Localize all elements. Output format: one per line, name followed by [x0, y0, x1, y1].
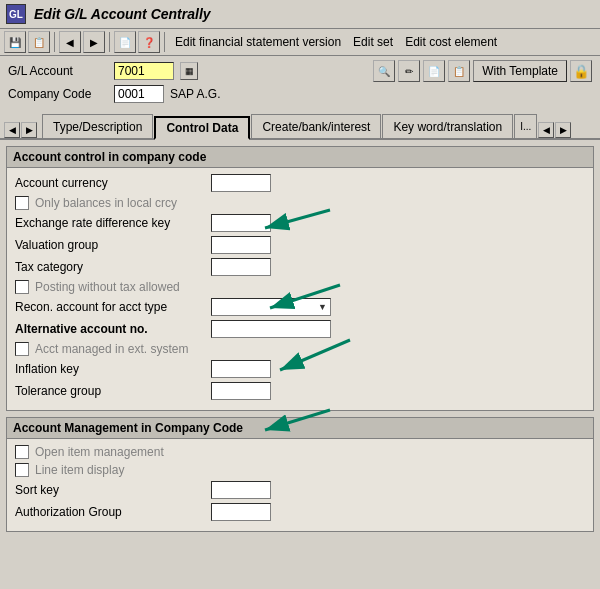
account-management-section: Account Management in Company Code Open …: [6, 417, 594, 532]
valuation-group-input[interactable]: [211, 236, 271, 254]
tax-category-input[interactable]: [211, 258, 271, 276]
tax-category-row: Tax category: [15, 258, 585, 276]
account-control-title: Account control in company code: [7, 147, 593, 168]
gl-account-label: G/L Account: [8, 64, 108, 78]
with-template-btn[interactable]: With Template: [473, 60, 567, 82]
sort-key-row: Sort key: [15, 481, 585, 499]
auth-group-label: Authorization Group: [15, 505, 205, 519]
tolerance-group-row: Tolerance group: [15, 382, 585, 400]
alt-account-input[interactable]: [211, 320, 331, 338]
recon-account-row: Recon. account for acct type ▼: [15, 298, 585, 316]
copy-btn[interactable]: 📋: [28, 31, 50, 53]
auth-group-row: Authorization Group: [15, 503, 585, 521]
valuation-group-row: Valuation group: [15, 236, 585, 254]
doc-btn[interactable]: 📄: [423, 60, 445, 82]
tabs-container: ◀ ▶ Type/Description Control Data Create…: [0, 110, 600, 140]
menu-edit-set[interactable]: Edit set: [353, 35, 393, 49]
gl-account-input[interactable]: [114, 62, 174, 80]
line-item-row: Line item display: [15, 463, 585, 477]
posting-no-tax-checkbox: [15, 280, 29, 294]
form-header: G/L Account ▦ 🔍 ✏ 📄 📋 With Template 🔒 Co…: [0, 56, 600, 110]
account-control-section: Account control in company code Account …: [6, 146, 594, 411]
exchange-rate-row: Exchange rate difference key: [15, 214, 585, 232]
sort-key-input[interactable]: [211, 481, 271, 499]
tolerance-group-input[interactable]: [211, 382, 271, 400]
tab-prev-btn[interactable]: ◀: [4, 122, 20, 138]
only-balances-label: Only balances in local crcy: [35, 196, 225, 210]
content-area: Account control in company code Account …: [0, 140, 600, 564]
tab-scroll-right-btn[interactable]: ▶: [555, 122, 571, 138]
inflation-key-label: Inflation key: [15, 362, 205, 376]
account-management-title: Account Management in Company Code: [7, 418, 593, 439]
account-management-content: Open item management Line item display S…: [7, 439, 593, 531]
open-item-checkbox: [15, 445, 29, 459]
exchange-rate-input[interactable]: [211, 214, 271, 232]
exchange-rate-label: Exchange rate difference key: [15, 216, 205, 230]
tolerance-group-label: Tolerance group: [15, 384, 205, 398]
company-code-row: Company Code SAP A.G.: [8, 85, 592, 103]
acct-ext-label: Acct managed in ext. system: [35, 342, 225, 356]
tab-scroll-left-btn[interactable]: ◀: [538, 122, 554, 138]
page-title: Edit G/L Account Centrally: [34, 6, 211, 22]
search-btn[interactable]: 🔍: [373, 60, 395, 82]
posting-no-tax-row: Posting without tax allowed: [15, 280, 585, 294]
acct-ext-checkbox: [15, 342, 29, 356]
save-btn[interactable]: 💾: [4, 31, 26, 53]
inflation-key-row: Inflation key: [15, 360, 585, 378]
inflation-key-input[interactable]: [211, 360, 271, 378]
open-item-row: Open item management: [15, 445, 585, 459]
toolbar-icons: 💾 📋 ◀ ▶ 📄 ❓ Edit financial statement ver…: [0, 29, 600, 56]
recon-account-label: Recon. account for acct type: [15, 300, 205, 314]
tab-create-bank[interactable]: Create/bank/interest: [251, 114, 381, 138]
tab-nav: ◀ ▶: [4, 122, 37, 138]
account-control-content: Account currency Only balances in local …: [7, 168, 593, 410]
tab-scroll-nav: ◀ ▶: [538, 122, 571, 138]
transaction-btn[interactable]: 📄: [114, 31, 136, 53]
account-currency-label: Account currency: [15, 176, 205, 190]
help-btn[interactable]: ❓: [138, 31, 160, 53]
tab-next-btn[interactable]: ▶: [21, 122, 37, 138]
recon-account-dropdown[interactable]: ▼: [211, 298, 331, 316]
tab-type-description[interactable]: Type/Description: [42, 114, 153, 138]
account-currency-row: Account currency: [15, 174, 585, 192]
posting-no-tax-label: Posting without tax allowed: [35, 280, 225, 294]
tab-more[interactable]: I...: [514, 114, 537, 138]
menu-edit-cost[interactable]: Edit cost element: [405, 35, 497, 49]
company-code-input[interactable]: [114, 85, 164, 103]
alt-account-label: Alternative account no.: [15, 322, 205, 336]
tab-keyword[interactable]: Key word/translation: [382, 114, 513, 138]
forward-btn[interactable]: ▶: [83, 31, 105, 53]
company-code-name: SAP A.G.: [170, 87, 220, 101]
only-balances-row: Only balances in local crcy: [15, 196, 585, 210]
sort-key-label: Sort key: [15, 483, 205, 497]
edit-btn[interactable]: ✏: [398, 60, 420, 82]
menu-edit-financial[interactable]: Edit financial statement version: [175, 35, 341, 49]
doc2-btn[interactable]: 📋: [448, 60, 470, 82]
auth-group-input[interactable]: [211, 503, 271, 521]
company-code-label: Company Code: [8, 87, 108, 101]
tax-category-label: Tax category: [15, 260, 205, 274]
alt-account-row: Alternative account no.: [15, 320, 585, 338]
title-bar: GL Edit G/L Account Centrally: [0, 0, 600, 29]
dropdown-arrow-icon: ▼: [318, 302, 327, 312]
line-item-checkbox: [15, 463, 29, 477]
valuation-group-label: Valuation group: [15, 238, 205, 252]
gl-account-browse-btn[interactable]: ▦: [180, 62, 198, 80]
gl-account-row: G/L Account ▦ 🔍 ✏ 📄 📋 With Template 🔒: [8, 60, 592, 82]
open-item-label: Open item management: [35, 445, 225, 459]
acct-ext-row: Acct managed in ext. system: [15, 342, 585, 356]
menu-bar: Edit financial statement version Edit se…: [169, 33, 503, 51]
lock-btn[interactable]: 🔒: [570, 60, 592, 82]
only-balances-checkbox: [15, 196, 29, 210]
tab-control-data[interactable]: Control Data: [154, 116, 250, 140]
account-currency-input[interactable]: [211, 174, 271, 192]
right-actions: 🔍 ✏ 📄 📋 With Template 🔒: [373, 60, 592, 82]
app-icon: GL: [6, 4, 26, 24]
back-btn[interactable]: ◀: [59, 31, 81, 53]
line-item-label: Line item display: [35, 463, 225, 477]
